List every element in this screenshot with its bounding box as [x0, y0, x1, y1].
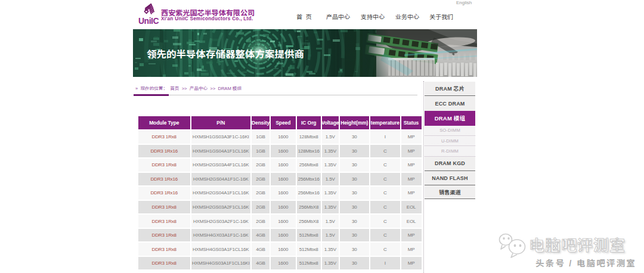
svg-text:领先的半导体存储器整体方案提供商: 领先的半导体存储器整体方案提供商	[147, 49, 304, 60]
